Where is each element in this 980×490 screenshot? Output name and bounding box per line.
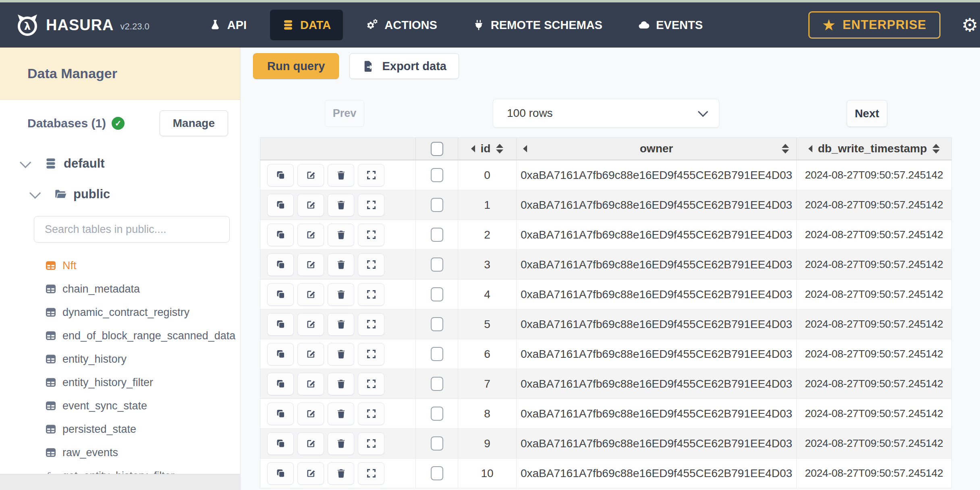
- chevron-down-icon[interactable]: [20, 157, 31, 168]
- sidebar-table-item-dynamic_contract_registry[interactable]: dynamic_contract_registry: [0, 301, 240, 324]
- expand-row-button[interactable]: [358, 224, 384, 246]
- edit-row-button[interactable]: [297, 224, 324, 246]
- collapse-column-icon[interactable]: [523, 145, 527, 152]
- edit-row-button[interactable]: [297, 403, 324, 425]
- header-column-id[interactable]: id: [458, 138, 516, 160]
- clone-icon: [275, 408, 286, 419]
- nav-item-events[interactable]: EVENTS: [626, 10, 715, 40]
- sidebar-table-item-persisted_state[interactable]: persisted_state: [0, 417, 240, 441]
- row-checkbox[interactable]: [431, 466, 443, 480]
- sidebar-table-item-raw_events[interactable]: raw_events: [0, 441, 240, 464]
- delete-row-button[interactable]: [328, 164, 354, 187]
- expand-row-button[interactable]: [358, 313, 384, 336]
- sidebar-table-item-entity_history[interactable]: entity_history: [0, 347, 240, 371]
- row-select-cell: [415, 339, 458, 369]
- enterprise-button[interactable]: ★ ENTERPRISE: [808, 11, 941, 39]
- header-column-db-write-timestamp[interactable]: db_write_timestamp: [796, 138, 951, 160]
- clone-row-button[interactable]: [267, 224, 294, 246]
- export-data-button[interactable]: Export data: [349, 53, 459, 79]
- sort-icon[interactable]: [496, 144, 503, 154]
- expand-row-button[interactable]: [358, 403, 384, 425]
- cell-db-write-timestamp: 2024-08-27T09:50:57.245142: [796, 369, 951, 399]
- next-page-button[interactable]: Next: [847, 100, 887, 127]
- clone-row-button[interactable]: [267, 313, 294, 336]
- delete-row-button[interactable]: [328, 373, 354, 395]
- collapse-column-icon[interactable]: [471, 145, 475, 152]
- expand-row-button[interactable]: [358, 462, 384, 485]
- nav-item-remote-schemas[interactable]: REMOTE SCHEMAS: [461, 10, 615, 40]
- tree-item-database-default[interactable]: default: [0, 148, 240, 179]
- row-checkbox[interactable]: [431, 377, 443, 391]
- clone-row-button[interactable]: [267, 194, 294, 216]
- hasura-logo[interactable]: λ HASURA: [15, 12, 114, 38]
- chevron-down-icon[interactable]: [29, 187, 41, 199]
- clone-row-button[interactable]: [267, 462, 294, 485]
- clone-row-button[interactable]: [267, 343, 294, 365]
- run-query-button[interactable]: Run query: [253, 53, 339, 79]
- table-row: 10xaBA7161A7fb69c88e16ED9f455CE62B791EE4…: [260, 190, 952, 220]
- nav-item-actions[interactable]: ACTIONS: [354, 10, 449, 40]
- edit-row-button[interactable]: [297, 313, 324, 336]
- cell-id: 7: [458, 369, 516, 399]
- row-checkbox[interactable]: [431, 257, 443, 272]
- row-checkbox[interactable]: [431, 198, 443, 212]
- delete-row-button[interactable]: [328, 313, 354, 336]
- collapse-column-icon[interactable]: [808, 145, 812, 152]
- settings-gear-icon[interactable]: ⚙: [961, 16, 980, 34]
- row-checkbox[interactable]: [431, 347, 443, 361]
- row-checkbox[interactable]: [431, 317, 443, 331]
- delete-row-button[interactable]: [328, 432, 354, 455]
- expand-row-button[interactable]: [358, 283, 384, 306]
- expand-row-button[interactable]: [358, 343, 384, 365]
- expand-row-button[interactable]: [358, 164, 384, 187]
- trash-icon: [336, 468, 347, 479]
- nav-item-api[interactable]: API: [197, 10, 259, 40]
- delete-row-button[interactable]: [328, 194, 354, 216]
- row-checkbox[interactable]: [431, 228, 443, 242]
- manage-button[interactable]: Manage: [160, 110, 228, 136]
- expand-row-button[interactable]: [358, 432, 384, 455]
- delete-row-button[interactable]: [328, 253, 354, 276]
- sidebar-table-item-event_sync_state[interactable]: event_sync_state: [0, 394, 240, 417]
- expand-row-button[interactable]: [358, 194, 384, 216]
- sort-icon[interactable]: [932, 144, 940, 154]
- clone-row-button[interactable]: [267, 432, 294, 455]
- clone-row-button[interactable]: [267, 373, 294, 395]
- delete-row-button[interactable]: [328, 462, 354, 485]
- clone-row-button[interactable]: [267, 283, 294, 306]
- clone-row-button[interactable]: [267, 403, 294, 425]
- row-checkbox[interactable]: [431, 168, 443, 182]
- expand-row-button[interactable]: [358, 373, 384, 395]
- delete-row-button[interactable]: [328, 343, 354, 365]
- delete-row-button[interactable]: [328, 283, 354, 306]
- rows-per-page-select[interactable]: 100 rows: [493, 99, 719, 128]
- edit-row-button[interactable]: [297, 283, 324, 306]
- edit-row-button[interactable]: [297, 194, 324, 216]
- edit-row-button[interactable]: [297, 462, 324, 485]
- clone-row-button[interactable]: [267, 253, 294, 276]
- edit-row-button[interactable]: [297, 432, 324, 455]
- prev-page-button[interactable]: Prev: [325, 100, 364, 127]
- edit-icon: [305, 199, 316, 210]
- row-checkbox[interactable]: [431, 436, 443, 451]
- delete-row-button[interactable]: [328, 224, 354, 246]
- sidebar-table-item-chain_metadata[interactable]: chain_metadata: [0, 277, 240, 301]
- row-checkbox[interactable]: [431, 407, 443, 421]
- select-all-checkbox[interactable]: [431, 142, 443, 156]
- delete-row-button[interactable]: [328, 403, 354, 425]
- tree-item-schema-public[interactable]: public: [0, 179, 240, 210]
- edit-row-button[interactable]: [297, 343, 324, 365]
- sidebar-table-item-entity_history_filter[interactable]: entity_history_filter: [0, 371, 240, 394]
- edit-row-button[interactable]: [297, 253, 324, 276]
- search-tables-input[interactable]: [34, 216, 230, 243]
- header-column-owner[interactable]: owner: [516, 138, 796, 160]
- sort-icon[interactable]: [782, 144, 789, 154]
- expand-row-button[interactable]: [358, 253, 384, 276]
- sidebar-table-item-Nft[interactable]: Nft: [0, 254, 240, 277]
- edit-row-button[interactable]: [297, 373, 324, 395]
- clone-row-button[interactable]: [267, 164, 294, 187]
- sidebar-table-item-end_of_block_range_scanned_data[interactable]: end_of_block_range_scanned_data: [0, 324, 240, 347]
- nav-item-data[interactable]: DATA: [270, 10, 343, 40]
- edit-row-button[interactable]: [297, 164, 324, 187]
- row-checkbox[interactable]: [431, 287, 443, 301]
